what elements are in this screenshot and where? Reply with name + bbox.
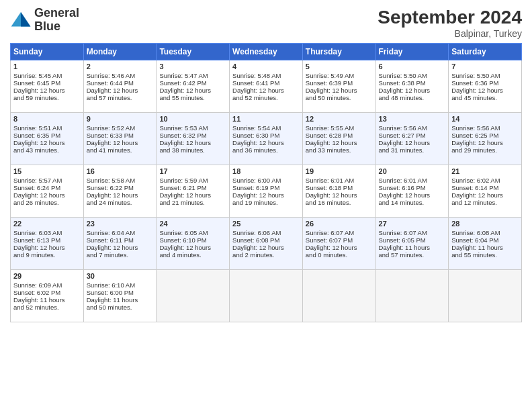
day-number: 7 <box>451 62 519 71</box>
cell-line: Daylight: 12 hours <box>379 87 446 94</box>
day-number: 2 <box>87 62 154 71</box>
cell-line: Sunset: 6:14 PM <box>451 184 519 191</box>
calendar-cell: 16Sunrise: 5:58 AMSunset: 6:22 PMDayligh… <box>83 165 157 218</box>
cell-line: Daylight: 12 hours <box>159 191 226 199</box>
day-number: 4 <box>232 62 300 71</box>
cell-line: Sunrise: 6:07 AM <box>379 229 446 236</box>
cell-line: Daylight: 12 hours <box>451 139 519 146</box>
cell-line: Sunset: 6:44 PM <box>87 79 154 87</box>
page-container: General Blue September 2024 Balpinar, Tu… <box>0 0 532 329</box>
cell-line: Sunset: 6:16 PM <box>379 184 446 191</box>
cell-line: Sunset: 6:32 PM <box>159 132 226 139</box>
calendar-cell: 13Sunrise: 5:56 AMSunset: 6:27 PMDayligh… <box>375 113 449 165</box>
cell-line: Sunrise: 6:06 AM <box>232 229 300 236</box>
cell-line: and 9 minutes. <box>13 251 81 259</box>
cell-line: and 45 minutes. <box>451 94 519 101</box>
cell-line: Sunrise: 5:57 AM <box>13 177 81 184</box>
day-number: 28 <box>451 220 519 228</box>
day-number: 9 <box>87 115 154 123</box>
logo-icon <box>10 9 32 31</box>
cell-line: Daylight: 12 hours <box>451 87 519 94</box>
cell-line: Daylight: 12 hours <box>87 87 154 94</box>
cell-line: Daylight: 11 hours <box>87 296 154 304</box>
cell-line: Sunrise: 5:48 AM <box>232 72 300 79</box>
cell-line: Sunset: 6:19 PM <box>232 184 300 191</box>
cell-line: Sunrise: 6:09 AM <box>13 281 81 289</box>
day-number: 6 <box>379 62 446 71</box>
cell-line: and 52 minutes. <box>13 304 81 311</box>
day-number: 3 <box>159 62 226 71</box>
calendar-cell <box>302 270 375 322</box>
cell-line: and 0 minutes. <box>306 251 373 259</box>
cell-line: Daylight: 12 hours <box>232 87 300 94</box>
cell-line: Daylight: 12 hours <box>306 139 373 146</box>
cell-line: Sunset: 6:13 PM <box>13 236 81 244</box>
cell-line: Daylight: 12 hours <box>13 244 81 251</box>
day-number: 23 <box>87 220 154 228</box>
cell-line: Sunrise: 5:50 AM <box>379 72 446 79</box>
col-header-wednesday: Wednesday <box>230 44 303 60</box>
cell-line: and 29 minutes. <box>451 146 519 154</box>
cell-line: Daylight: 12 hours <box>13 191 81 199</box>
cell-line: Sunset: 6:30 PM <box>232 132 300 139</box>
cell-line: Sunset: 6:39 PM <box>306 79 373 87</box>
cell-line: Sunset: 6:21 PM <box>159 184 226 191</box>
cell-line: Sunset: 6:35 PM <box>13 132 81 139</box>
cell-line: and 7 minutes. <box>87 251 154 259</box>
day-number: 16 <box>87 167 154 175</box>
calendar-cell: 2Sunrise: 5:46 AMSunset: 6:44 PMDaylight… <box>83 60 157 113</box>
cell-line: Sunrise: 5:54 AM <box>232 124 300 132</box>
cell-line: and 50 minutes. <box>306 94 373 101</box>
day-number: 14 <box>451 115 519 123</box>
cell-line: Daylight: 12 hours <box>306 191 373 199</box>
cell-line: Daylight: 11 hours <box>451 244 519 251</box>
cell-line: Daylight: 12 hours <box>159 139 226 146</box>
logo-text: General Blue <box>34 7 79 34</box>
cell-line: Sunset: 6:22 PM <box>87 184 154 191</box>
cell-line: Daylight: 12 hours <box>87 191 154 199</box>
calendar-cell: 28Sunrise: 6:08 AMSunset: 6:04 PMDayligh… <box>449 218 522 270</box>
calendar-cell: 25Sunrise: 6:06 AMSunset: 6:08 PMDayligh… <box>230 218 303 270</box>
day-number: 20 <box>379 167 446 175</box>
calendar-cell <box>230 270 303 322</box>
col-header-monday: Monday <box>83 44 157 60</box>
cell-line: and 48 minutes. <box>379 94 446 101</box>
cell-line: Sunrise: 6:03 AM <box>13 229 81 236</box>
day-number: 1 <box>13 62 81 71</box>
calendar-cell: 18Sunrise: 6:00 AMSunset: 6:19 PMDayligh… <box>230 165 303 218</box>
cell-line: Sunrise: 5:52 AM <box>87 124 154 132</box>
cell-line: and 12 minutes. <box>451 199 519 206</box>
col-header-friday: Friday <box>375 44 449 60</box>
calendar-cell <box>449 270 522 322</box>
cell-line: and 14 minutes. <box>379 199 446 206</box>
cell-line: Sunrise: 5:49 AM <box>306 72 373 79</box>
cell-line: Sunrise: 6:01 AM <box>379 177 446 184</box>
calendar-cell: 7Sunrise: 5:50 AMSunset: 6:36 PMDaylight… <box>449 60 522 113</box>
cell-line: and 33 minutes. <box>306 146 373 154</box>
cell-line: and 41 minutes. <box>87 146 154 154</box>
cell-line: Sunset: 6:24 PM <box>13 184 81 191</box>
day-number: 30 <box>87 272 154 280</box>
day-number: 12 <box>306 115 373 123</box>
day-number: 18 <box>232 167 300 175</box>
cell-line: Sunset: 6:11 PM <box>87 236 154 244</box>
calendar-cell: 17Sunrise: 5:59 AMSunset: 6:21 PMDayligh… <box>157 165 230 218</box>
calendar-cell: 12Sunrise: 5:55 AMSunset: 6:28 PMDayligh… <box>302 113 375 165</box>
cell-line: Sunset: 6:41 PM <box>232 79 300 87</box>
cell-line: Sunset: 6:08 PM <box>232 236 300 244</box>
cell-line: and 21 minutes. <box>159 199 226 206</box>
calendar-cell <box>375 270 449 322</box>
col-header-tuesday: Tuesday <box>157 44 230 60</box>
cell-line: Sunset: 6:25 PM <box>451 132 519 139</box>
cell-line: Sunset: 6:42 PM <box>159 79 226 87</box>
cell-line: Sunrise: 6:00 AM <box>232 177 300 184</box>
day-number: 10 <box>159 115 226 123</box>
cell-line: Sunrise: 5:56 AM <box>379 124 446 132</box>
cell-line: and 50 minutes. <box>87 304 154 311</box>
day-number: 8 <box>13 115 81 123</box>
day-number: 21 <box>451 167 519 175</box>
header: General Blue September 2024 Balpinar, Tu… <box>10 7 522 39</box>
cell-line: and 38 minutes. <box>159 146 226 154</box>
svg-marker-1 <box>21 12 30 27</box>
cell-line: Daylight: 12 hours <box>232 139 300 146</box>
